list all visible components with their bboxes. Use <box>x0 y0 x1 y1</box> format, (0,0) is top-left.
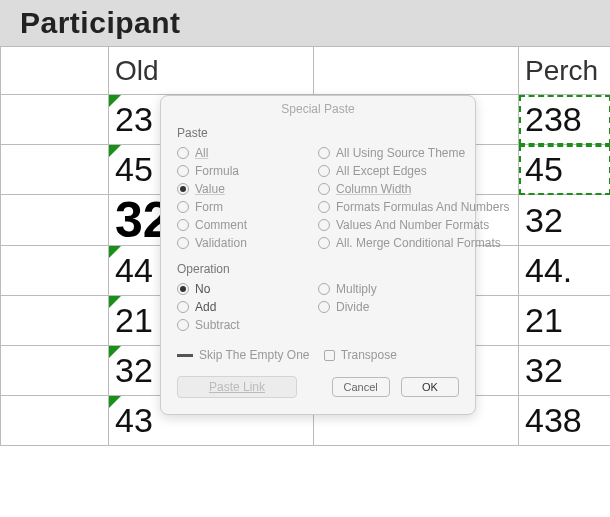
paste-option[interactable]: Form <box>177 198 318 216</box>
cell[interactable]: 44. <box>519 246 611 296</box>
radio-icon <box>318 183 330 195</box>
operation-option[interactable]: Add <box>177 298 318 316</box>
radio-label: Divide <box>336 300 369 314</box>
dialog-title: Special Paste <box>161 96 475 120</box>
radio-icon <box>177 237 189 249</box>
radio-label: Multiply <box>336 282 377 296</box>
operation-option[interactable]: No <box>177 280 318 298</box>
cell[interactable]: 32 <box>519 195 611 246</box>
radio-icon <box>177 319 189 331</box>
radio-icon <box>318 283 330 295</box>
radio-label: All. Merge Conditional Formats <box>336 236 501 250</box>
transpose-checkbox[interactable] <box>324 350 335 361</box>
paste-option[interactable]: All Except Edges <box>318 162 509 180</box>
cell[interactable] <box>1 145 109 195</box>
operation-section-label: Operation <box>177 262 459 276</box>
radio-icon <box>318 147 330 159</box>
radio-label: Values And Number Formats <box>336 218 489 232</box>
transpose-label: Transpose <box>341 348 397 362</box>
paste-option[interactable]: Comment <box>177 216 318 234</box>
radio-label: Value <box>195 182 225 196</box>
cancel-button[interactable]: Cancel <box>332 377 390 397</box>
cell[interactable] <box>1 296 109 346</box>
radio-icon <box>318 165 330 177</box>
cell[interactable] <box>1 246 109 296</box>
paste-option[interactable]: Column Width <box>318 180 509 198</box>
cell[interactable]: 21 <box>519 296 611 346</box>
radio-label: All Using Source Theme <box>336 146 465 160</box>
paste-option[interactable]: Validation <box>177 234 318 252</box>
radio-icon <box>177 301 189 313</box>
ok-button[interactable]: OK <box>401 377 459 397</box>
dash-icon <box>177 354 193 357</box>
paste-option[interactable]: Value <box>177 180 318 198</box>
cell[interactable]: 238 <box>519 95 611 145</box>
col-header-d[interactable]: Perch <box>519 47 611 95</box>
radio-icon <box>177 201 189 213</box>
cell[interactable]: 32 <box>519 346 611 396</box>
col-header-a[interactable] <box>1 47 109 95</box>
radio-label: No <box>195 282 210 296</box>
cell[interactable] <box>1 346 109 396</box>
paste-option[interactable]: Formula <box>177 162 318 180</box>
radio-icon <box>177 219 189 231</box>
radio-icon <box>177 183 189 195</box>
cell[interactable] <box>1 195 109 246</box>
paste-option[interactable]: All <box>177 144 318 162</box>
operation-option[interactable]: Divide <box>318 298 459 316</box>
paste-link-button[interactable]: Paste Link <box>177 376 297 398</box>
cell[interactable] <box>1 95 109 145</box>
radio-icon <box>177 165 189 177</box>
paste-option[interactable]: Formats Formulas And Numbers <box>318 198 509 216</box>
paste-option[interactable]: All Using Source Theme <box>318 144 509 162</box>
paste-section-label: Paste <box>177 126 459 140</box>
cell[interactable] <box>1 396 109 446</box>
radio-icon <box>318 301 330 313</box>
operation-option[interactable]: Multiply <box>318 280 459 298</box>
radio-icon <box>318 237 330 249</box>
cell[interactable]: 438 <box>519 396 611 446</box>
radio-icon <box>318 201 330 213</box>
skip-empty-label[interactable]: Skip The Empty One <box>199 348 310 362</box>
sheet-title-bar: Participant <box>0 0 610 46</box>
cell[interactable]: 45 <box>519 145 611 195</box>
error-indicator-icon <box>109 145 121 157</box>
paste-option[interactable]: Values And Number Formats <box>318 216 509 234</box>
radio-label: Column Width <box>336 182 411 196</box>
error-indicator-icon <box>109 246 121 258</box>
error-indicator-icon <box>109 396 121 408</box>
radio-icon <box>177 147 189 159</box>
paste-option[interactable]: All. Merge Conditional Formats <box>318 234 509 252</box>
special-paste-dialog: Special Paste Paste AllFormulaValueFormC… <box>160 95 476 415</box>
radio-label: Formula <box>195 164 239 178</box>
error-indicator-icon <box>109 346 121 358</box>
radio-label: Comment <box>195 218 247 232</box>
radio-label: Form <box>195 200 223 214</box>
col-header-c[interactable] <box>314 47 519 95</box>
col-header-b[interactable]: Old <box>109 47 314 95</box>
radio-label: All <box>195 146 208 160</box>
radio-icon <box>177 283 189 295</box>
radio-label: Add <box>195 300 216 314</box>
radio-icon <box>318 219 330 231</box>
radio-label: Validation <box>195 236 247 250</box>
sheet-title: Participant <box>20 6 181 40</box>
radio-label: Formats Formulas And Numbers <box>336 200 509 214</box>
error-indicator-icon <box>109 95 121 107</box>
radio-label: Subtract <box>195 318 240 332</box>
operation-option[interactable]: Subtract <box>177 316 318 334</box>
error-indicator-icon <box>109 296 121 308</box>
radio-label: All Except Edges <box>336 164 427 178</box>
